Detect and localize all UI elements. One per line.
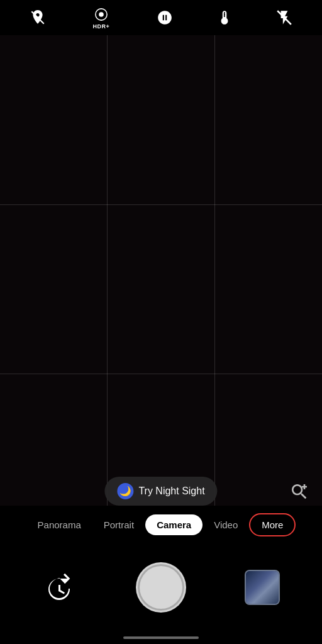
gallery-image [246, 571, 279, 604]
hdr-label: HDR+ [92, 23, 109, 30]
viewfinder[interactable]: 🌙 Try Night Sight [0, 35, 322, 543]
night-sight-label: Try Night Sight [138, 486, 204, 497]
exposure-icon[interactable] [216, 9, 233, 26]
home-indicator [123, 636, 199, 639]
mode-panorama[interactable]: Panorama [26, 514, 92, 535]
mode-portrait[interactable]: Portrait [92, 514, 145, 535]
mode-more[interactable]: More [249, 513, 296, 536]
flash-off-icon[interactable] [276, 9, 292, 26]
timer-off-icon[interactable] [30, 9, 46, 26]
top-bar: HDR+ [0, 0, 322, 35]
camera-mode-bar: Panorama Portrait Camera Video More [0, 506, 322, 543]
mode-camera[interactable]: Camera [145, 514, 203, 535]
camera-grid [0, 35, 322, 543]
moon-icon: 🌙 [117, 483, 133, 499]
flip-camera-button[interactable] [42, 570, 77, 605]
mode-video[interactable]: Video [203, 514, 249, 535]
bottom-controls [0, 543, 322, 644]
auto-lens-icon[interactable] [157, 9, 173, 26]
hdr-icon[interactable]: HDR+ [89, 6, 113, 30]
gallery-thumbnail[interactable] [245, 570, 280, 605]
night-sight-suggestion[interactable]: 🌙 Try Night Sight [104, 477, 217, 506]
svg-point-2 [99, 12, 104, 17]
shutter-button[interactable] [136, 562, 186, 613]
zoom-icon[interactable] [289, 482, 309, 506]
shutter-inner [140, 566, 182, 609]
